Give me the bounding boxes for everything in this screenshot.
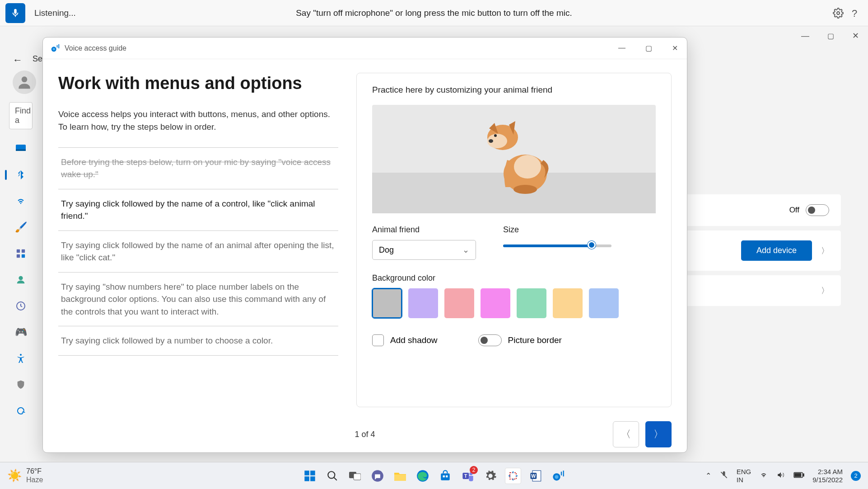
close-icon[interactable]: ✕ — [672, 44, 678, 52]
battery-icon[interactable] — [793, 472, 804, 480]
system-icon[interactable] — [15, 143, 27, 155]
svg-point-19 — [489, 139, 493, 143]
prev-button[interactable]: 〈 — [613, 421, 639, 447]
gaming-icon[interactable]: 🎮 — [15, 326, 27, 338]
svg-point-18 — [494, 134, 497, 137]
mic-muted-icon[interactable] — [719, 470, 728, 481]
svg-rect-6 — [17, 254, 20, 258]
page-indicator: 1 of 4 — [355, 430, 375, 439]
guide-intro: Voice access helps you interact with but… — [58, 108, 338, 134]
find-setting-input[interactable]: Find a — [9, 102, 33, 129]
svg-rect-23 — [310, 470, 315, 475]
svg-point-43 — [555, 475, 558, 479]
personalization-icon[interactable]: 🖌️ — [15, 221, 27, 233]
svg-rect-24 — [304, 476, 309, 481]
svg-rect-47 — [803, 474, 804, 476]
voice-access-icon[interactable] — [550, 468, 566, 484]
add-shadow-checkbox[interactable] — [372, 334, 384, 346]
mic-icon — [10, 8, 20, 18]
toggle-switch[interactable] — [806, 204, 829, 216]
next-button[interactable]: 〉 — [645, 421, 672, 447]
store-icon[interactable] — [437, 468, 453, 484]
volume-icon[interactable] — [776, 471, 785, 480]
practice-panel: Practice here by customizing your animal… — [356, 73, 672, 407]
voice-access-bar: Listening... Say "turn off microphone" o… — [0, 0, 868, 26]
dropdown-value: Dog — [379, 245, 394, 255]
svg-rect-33 — [443, 475, 445, 477]
privacy-icon[interactable] — [15, 379, 27, 390]
svg-point-12 — [53, 48, 56, 51]
voice-hint: Say "turn off microphone" or long press … — [296, 8, 572, 18]
svg-point-1 — [22, 76, 28, 82]
tray-chevron-icon[interactable]: ⌃ — [705, 471, 711, 480]
svg-rect-14 — [58, 44, 59, 48]
help-icon[interactable]: ? — [852, 8, 863, 19]
guide-heading: Work with menus and options — [58, 73, 338, 94]
animal-preview — [372, 105, 656, 213]
taskbar: ☀️ 76°F Haze T2 W ⌃ ENG IN 2:34 AM 9/15/… — [0, 462, 868, 489]
dog-illustration — [476, 115, 552, 198]
word-icon[interactable]: W — [527, 468, 544, 484]
svg-rect-34 — [446, 475, 448, 477]
guide-titlebar[interactable]: Voice access guide — ▢ ✕ — [43, 38, 687, 59]
edge-icon[interactable] — [415, 468, 431, 484]
size-slider[interactable] — [503, 244, 611, 247]
accounts-icon[interactable] — [15, 274, 27, 286]
svg-rect-48 — [795, 473, 801, 476]
chevron-right-icon: 〉 — [821, 245, 829, 256]
svg-rect-3 — [16, 149, 26, 151]
maximize-icon[interactable]: ▢ — [827, 32, 834, 40]
settings-app-icon[interactable] — [482, 468, 499, 484]
weather-widget[interactable]: ☀️ 76°F Haze — [7, 467, 43, 484]
minimize-icon[interactable]: — — [618, 44, 625, 52]
animal-friend-dropdown[interactable]: Dog ⌄ — [372, 240, 476, 260]
apps-icon[interactable] — [15, 248, 27, 259]
clock[interactable]: 2:34 AM 9/15/2022 — [812, 468, 843, 484]
toggle-state: Off — [789, 206, 799, 215]
settings-icon[interactable] — [833, 8, 844, 19]
svg-rect-32 — [441, 473, 450, 480]
close-icon[interactable]: ✕ — [852, 31, 859, 41]
user-avatar[interactable] — [13, 71, 36, 94]
wifi-icon[interactable] — [759, 471, 768, 480]
color-swatch[interactable] — [444, 288, 474, 318]
voice-access-app-icon — [50, 43, 60, 53]
color-swatches — [372, 288, 656, 318]
color-swatch[interactable] — [553, 288, 583, 318]
bluetooth-icon[interactable] — [15, 169, 27, 181]
picture-border-label: Picture border — [508, 335, 562, 345]
picture-border-toggle[interactable] — [478, 334, 502, 346]
animal-friend-label: Animal friend — [372, 225, 476, 235]
explorer-icon[interactable] — [392, 468, 408, 484]
accessibility-icon[interactable] — [15, 353, 27, 364]
notification-badge[interactable]: 2 — [851, 471, 861, 481]
add-device-button[interactable]: Add device — [741, 240, 812, 261]
svg-rect-28 — [354, 474, 361, 480]
svg-point-21 — [514, 155, 541, 179]
snipping-tool-icon[interactable] — [505, 468, 521, 484]
mic-button[interactable] — [5, 3, 25, 23]
start-button[interactable] — [302, 468, 318, 484]
color-swatch[interactable] — [517, 288, 546, 318]
time-icon[interactable] — [15, 300, 27, 312]
teams-icon[interactable]: T2 — [460, 468, 476, 484]
search-icon[interactable] — [324, 468, 341, 484]
maximize-icon[interactable]: ▢ — [645, 44, 652, 52]
network-icon[interactable] — [15, 195, 27, 207]
update-icon[interactable] — [15, 405, 27, 417]
color-swatch[interactable] — [372, 288, 402, 318]
chat-icon[interactable] — [369, 468, 386, 484]
chevron-right-icon: 〉 — [821, 285, 829, 296]
svg-rect-25 — [310, 476, 315, 481]
color-swatch[interactable] — [408, 288, 438, 318]
weather-temp: 76°F — [26, 467, 43, 475]
color-swatch[interactable] — [589, 288, 619, 318]
slider-thumb[interactable] — [588, 241, 596, 249]
language-indicator[interactable]: ENG IN — [737, 468, 751, 484]
task-view-icon[interactable] — [347, 468, 363, 484]
svg-text:W: W — [531, 473, 536, 478]
minimize-icon[interactable]: — — [801, 31, 809, 41]
chevron-down-icon: ⌄ — [462, 245, 469, 255]
svg-rect-45 — [563, 470, 564, 476]
color-swatch[interactable] — [481, 288, 510, 318]
